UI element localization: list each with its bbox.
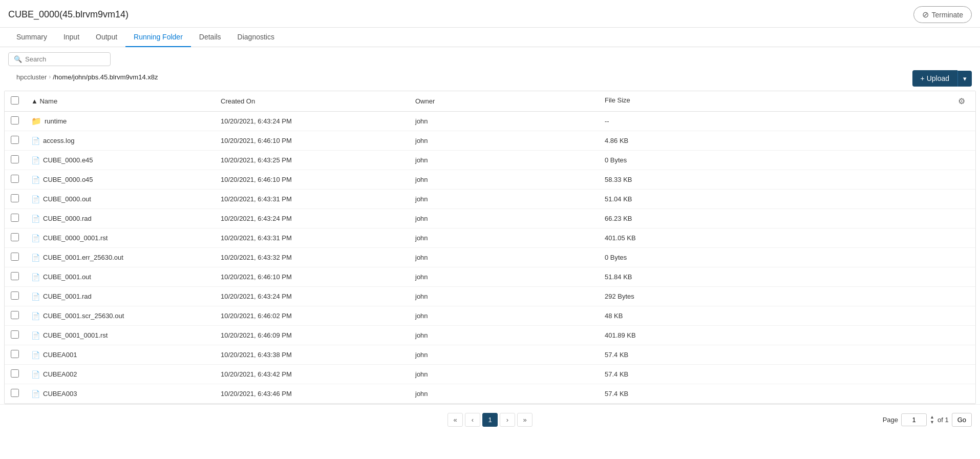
tab-summary[interactable]: Summary bbox=[8, 28, 55, 47]
table-row: 📄 CUBE_0000.e45 10/20/2021, 6:43:25 PM j… bbox=[5, 151, 975, 170]
file-table-wrapper: ▲ Name Created On Owner File Size ⚙ 📁 ru… bbox=[4, 91, 976, 404]
file-name: CUBEA001 bbox=[43, 351, 77, 359]
row-checkbox[interactable] bbox=[11, 253, 19, 261]
file-table-scroll[interactable]: ▲ Name Created On Owner File Size ⚙ 📁 ru… bbox=[5, 91, 975, 404]
file-size: 57.4 KB bbox=[599, 345, 975, 365]
table-row: 📄 CUBE_0000.out 10/20/2021, 6:43:31 PM j… bbox=[5, 190, 975, 209]
file-name: CUBE_0000.out bbox=[43, 195, 91, 203]
file-name: CUBE_0001.err_25630.out bbox=[43, 254, 123, 261]
spinner-up[interactable]: ▲ ▼ bbox=[930, 415, 934, 425]
nav-tabs: Summary Input Output Running Folder Deta… bbox=[0, 28, 980, 47]
file-name: CUBE_0000_0001.rst bbox=[43, 234, 108, 242]
file-size: 48 KB bbox=[599, 306, 975, 326]
table-row: 📄 CUBEA003 10/20/2021, 6:43:46 PM john 5… bbox=[5, 384, 975, 404]
file-icon: 📄 bbox=[31, 351, 40, 359]
page-label: Page bbox=[883, 416, 898, 424]
pagination-wrapper: « ‹ 1 › » Page ▲ ▼ of 1 Go bbox=[0, 404, 980, 435]
search-input[interactable] bbox=[25, 55, 105, 63]
file-size: 51.84 KB bbox=[599, 267, 975, 287]
go-button[interactable]: Go bbox=[952, 413, 972, 427]
file-name: runtime bbox=[45, 117, 67, 125]
table-row: 📄 CUBE_0001.rad 10/20/2021, 6:43:24 PM j… bbox=[5, 287, 975, 306]
file-name: CUBEA003 bbox=[43, 390, 77, 398]
file-created: 10/20/2021, 6:43:38 PM bbox=[215, 345, 409, 365]
tab-details[interactable]: Details bbox=[191, 28, 229, 47]
file-table: ▲ Name Created On Owner File Size ⚙ 📁 ru… bbox=[5, 91, 975, 404]
row-checkbox[interactable] bbox=[11, 136, 19, 144]
header: CUBE_0000(45.blrvm9vm14) ⊘ Terminate bbox=[0, 0, 980, 28]
pagination-next[interactable]: › bbox=[500, 413, 515, 427]
table-row: 📄 CUBE_0001.err_25630.out 10/20/2021, 6:… bbox=[5, 248, 975, 267]
page-info: Page ▲ ▼ of 1 Go bbox=[883, 413, 972, 427]
file-size: 57.4 KB bbox=[599, 384, 975, 404]
row-checkbox[interactable] bbox=[11, 369, 19, 378]
file-created: 10/20/2021, 6:43:31 PM bbox=[215, 190, 409, 209]
row-checkbox[interactable] bbox=[11, 194, 19, 202]
tab-input[interactable]: Input bbox=[55, 28, 88, 47]
file-icon: 📄 bbox=[31, 176, 40, 184]
file-owner: john bbox=[409, 112, 599, 131]
tab-running-folder[interactable]: Running Folder bbox=[125, 28, 191, 47]
pagination-last[interactable]: » bbox=[517, 413, 532, 427]
file-created: 10/20/2021, 6:43:42 PM bbox=[215, 365, 409, 384]
terminate-button[interactable]: ⊘ Terminate bbox=[913, 6, 972, 23]
row-checkbox[interactable] bbox=[11, 233, 19, 241]
file-owner: john bbox=[409, 151, 599, 170]
file-name: CUBEA002 bbox=[43, 370, 77, 378]
file-owner: john bbox=[409, 170, 599, 190]
row-checkbox[interactable] bbox=[11, 175, 19, 183]
file-size: 292 Bytes bbox=[599, 287, 975, 306]
row-checkbox[interactable] bbox=[11, 116, 19, 124]
row-checkbox[interactable] bbox=[11, 330, 19, 339]
file-name: CUBE_0001.rad bbox=[43, 293, 92, 300]
table-row: 📄 CUBE_0000.o45 10/20/2021, 6:46:10 PM j… bbox=[5, 170, 975, 190]
table-row: 📄 CUBEA002 10/20/2021, 6:43:42 PM john 5… bbox=[5, 365, 975, 384]
file-name: CUBE_0000.o45 bbox=[43, 176, 93, 183]
upload-dropdown-button[interactable]: ▾ bbox=[957, 71, 972, 87]
tab-diagnostics[interactable]: Diagnostics bbox=[229, 28, 283, 47]
file-size: 4.86 KB bbox=[599, 131, 975, 151]
row-checkbox[interactable] bbox=[11, 155, 19, 163]
table-row: 📄 CUBE_0000.rad 10/20/2021, 6:43:24 PM j… bbox=[5, 209, 975, 228]
row-checkbox[interactable] bbox=[11, 311, 19, 319]
file-size: 51.04 KB bbox=[599, 190, 975, 209]
file-created: 10/20/2021, 6:46:10 PM bbox=[215, 267, 409, 287]
row-checkbox[interactable] bbox=[11, 350, 19, 358]
tab-output[interactable]: Output bbox=[88, 28, 125, 47]
row-checkbox[interactable] bbox=[11, 214, 19, 222]
file-created: 10/20/2021, 6:43:24 PM bbox=[215, 287, 409, 306]
file-created: 10/20/2021, 6:43:25 PM bbox=[215, 151, 409, 170]
select-all-checkbox[interactable] bbox=[11, 96, 19, 105]
gear-icon[interactable]: ⚙ bbox=[958, 96, 965, 106]
file-size: 57.4 KB bbox=[599, 365, 975, 384]
file-owner: john bbox=[409, 306, 599, 326]
row-checkbox[interactable] bbox=[11, 272, 19, 280]
breadcrumb-separator: › bbox=[49, 73, 51, 80]
breadcrumb: hpccluster › /home/john/pbs.45.blrvm9vm1… bbox=[8, 71, 166, 86]
table-row: 📄 CUBE_0001.out 10/20/2021, 6:46:10 PM j… bbox=[5, 267, 975, 287]
table-row: 📄 access.log 10/20/2021, 6:46:10 PM john… bbox=[5, 131, 975, 151]
row-checkbox[interactable] bbox=[11, 389, 19, 397]
file-icon: 📄 bbox=[31, 293, 40, 301]
pagination-prev[interactable]: ‹ bbox=[465, 413, 480, 427]
file-icon: 📄 bbox=[31, 390, 40, 398]
page-number-input[interactable] bbox=[901, 413, 927, 426]
file-size: 0 Bytes bbox=[599, 151, 975, 170]
row-checkbox[interactable] bbox=[11, 291, 19, 300]
pagination-current[interactable]: 1 bbox=[482, 413, 498, 427]
file-owner: john bbox=[409, 248, 599, 267]
file-created: 10/20/2021, 6:46:10 PM bbox=[215, 131, 409, 151]
pagination-first[interactable]: « bbox=[448, 413, 463, 427]
file-name: CUBE_0001.scr_25630.out bbox=[43, 312, 124, 320]
table-row: 📄 CUBEA001 10/20/2021, 6:43:38 PM john 5… bbox=[5, 345, 975, 365]
search-icon: 🔍 bbox=[14, 55, 22, 63]
col-header-name[interactable]: ▲ Name bbox=[25, 91, 215, 112]
file-size: 66.23 KB bbox=[599, 209, 975, 228]
upload-button[interactable]: + Upload bbox=[912, 70, 957, 87]
file-icon: 📄 bbox=[31, 331, 40, 340]
file-owner: john bbox=[409, 287, 599, 306]
table-row: 📄 CUBE_0001_0001.rst 10/20/2021, 6:46:09… bbox=[5, 326, 975, 345]
file-owner: john bbox=[409, 131, 599, 151]
breadcrumb-path: /home/john/pbs.45.blrvm9vm14.x8z bbox=[53, 73, 158, 81]
file-owner: john bbox=[409, 345, 599, 365]
